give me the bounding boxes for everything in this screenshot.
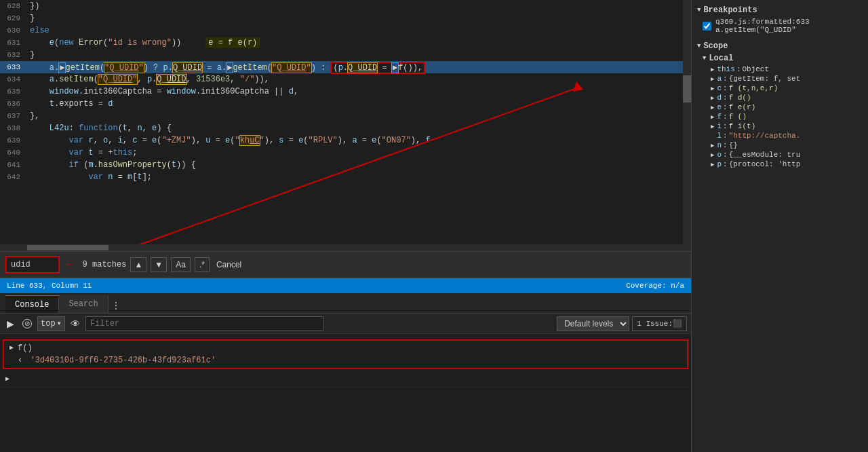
search-input-wrapper xyxy=(5,256,60,274)
code-line-632: 632 } xyxy=(0,49,691,61)
issues-count: 1 Issue: xyxy=(637,320,673,328)
breakpoints-title: ▼ Breakpoints xyxy=(697,5,863,15)
code-line-638: 638 L42u: function(t, n, e) { xyxy=(0,122,691,134)
search-input[interactable] xyxy=(11,260,52,269)
code-line-633: 633 a.▶getItem("Q_UDID") ? p.Q_UDID = a.… xyxy=(0,61,691,73)
scope-title-label: Scope xyxy=(703,41,728,51)
expand-p-icon[interactable]: ▶ xyxy=(711,161,714,168)
scope-item-i: ▶ i: f i(t) xyxy=(703,121,863,131)
line-content-631: e(new Error("id is wrong")) e = f e(r) xyxy=(27,38,691,48)
code-lines: 628 }) 629 } 630 else 631 e(new Error("i… xyxy=(0,0,691,183)
bottom-panel: Console Search ⋮ ▶ ⊘ top ▾ 👁 xyxy=(0,293,691,452)
arrow-down-icon: ▼ xyxy=(155,260,163,269)
local-triangle-down: ▼ xyxy=(703,55,706,62)
expand-icon-prompt[interactable]: ▶ xyxy=(5,373,9,385)
top-dropdown[interactable]: top ▾ xyxy=(37,316,65,331)
scope-item-e: ▶ e: f e(r) xyxy=(703,102,863,112)
console-toolbar: ▶ ⊘ top ▾ 👁 Default levels 1 Issue: ⬛ xyxy=(0,314,691,334)
search-left-arrow: ← xyxy=(66,259,73,271)
scrollbar-thumb[interactable] xyxy=(683,75,691,102)
triangle-down-icon: ▼ xyxy=(697,7,701,14)
expand-l-icon: ▶ xyxy=(711,132,714,140)
line-num-637: 637 xyxy=(0,112,27,120)
horizontal-scrollbar-thumb[interactable] xyxy=(27,245,108,250)
line-num-630: 630 xyxy=(0,26,27,35)
more-options-button[interactable]: ⋮ xyxy=(108,299,123,313)
line-num-642: 642 xyxy=(0,173,27,181)
code-line-636: 636 t.exports = d xyxy=(0,98,691,110)
play-icon: ▶ xyxy=(7,319,14,328)
line-num-636: 636 xyxy=(0,100,27,108)
case-sensitive-button[interactable]: Aa xyxy=(171,257,191,272)
tabs-bar: Console Search ⋮ xyxy=(0,293,691,314)
search-prev-button[interactable]: ▲ xyxy=(130,257,146,272)
coverage-status: Coverage: n/a xyxy=(626,282,684,290)
regex-button[interactable]: .* xyxy=(195,257,210,272)
cursor-position: Line 633, Column 11 xyxy=(7,282,92,290)
expand-e-icon[interactable]: ▶ xyxy=(711,104,714,111)
breakpoint-checkbox[interactable] xyxy=(703,22,711,31)
line-content-641: if (m.hasOwnProperty(t)) { xyxy=(27,160,691,170)
code-line-628: 628 }) xyxy=(0,0,691,12)
code-line-639: 639 var r, o, i, c = e("+ZMJ"), u = e("k… xyxy=(0,134,691,147)
code-line-641: 641 if (m.hasOwnProperty(t)) { xyxy=(0,159,691,171)
line-num-634: 634 xyxy=(0,75,27,83)
filter-input[interactable] xyxy=(85,316,323,331)
line-content-640: var t = +this; xyxy=(27,148,691,157)
breakpoint-item: q360.js:formatted:633 a.getItem("Q_UDID" xyxy=(697,18,863,34)
top-label: top xyxy=(41,319,56,328)
tab-console-label: Console xyxy=(15,300,49,309)
expand-o-icon[interactable]: ▶ xyxy=(711,151,714,159)
expand-f-icon[interactable]: ▶ xyxy=(711,113,714,121)
expand-a-icon[interactable]: ▶ xyxy=(711,75,714,83)
code-line-629: 629 } xyxy=(0,12,691,24)
expand-this-icon[interactable]: ▶ xyxy=(711,66,714,73)
tab-search[interactable]: Search xyxy=(59,295,108,313)
stop-icon: ⊘ xyxy=(22,319,32,328)
scope-title: ▼ Scope xyxy=(697,41,863,51)
tab-search-label: Search xyxy=(68,299,98,309)
right-panel: ▼ Breakpoints q360.js:formatted:633 a.ge… xyxy=(692,0,868,452)
line-num-635: 635 xyxy=(0,88,27,96)
local-section: ▼ Local ▶ this: Object ▶ a: {getItem: f,… xyxy=(697,54,863,169)
line-content-630: else xyxy=(27,26,691,35)
line-content-629: } xyxy=(27,14,691,23)
issues-icon: ⬛ xyxy=(673,319,682,328)
line-content-632: } xyxy=(27,50,691,60)
expand-d-icon[interactable]: ▶ xyxy=(711,94,714,102)
scope-item-o: ▶ o: {__esModule: tru xyxy=(703,150,863,159)
horizontal-scrollbar[interactable] xyxy=(0,244,683,251)
code-line-630: 630 else xyxy=(0,24,691,37)
levels-dropdown[interactable]: Default levels xyxy=(557,316,629,331)
scope-item-d: ▶ d: f d() xyxy=(703,93,863,102)
play-button[interactable]: ▶ xyxy=(4,316,17,331)
line-content-638: L42u: function(t, n, e) { xyxy=(27,124,691,133)
line-num-632: 632 xyxy=(0,51,27,59)
console-left-arrow: ‹ xyxy=(18,356,22,365)
breakpoint-file: q360.js:formatted:633 xyxy=(715,18,810,26)
line-content-642: var n = m[t]; xyxy=(27,172,691,182)
code-area: 628 }) 629 } 630 else 631 e(new Error("i… xyxy=(0,0,691,251)
eye-button[interactable]: 👁 xyxy=(68,316,83,331)
scope-item-p: ▶ p: {protocol: 'http xyxy=(703,159,863,169)
expand-n-icon[interactable]: ▶ xyxy=(711,142,714,149)
code-line-635: 635 window.init360Captcha = window.init3… xyxy=(0,86,691,98)
stop-button[interactable]: ⊘ xyxy=(20,316,35,331)
line-num-628: 628 xyxy=(0,2,27,10)
cancel-button[interactable]: Cancel xyxy=(216,260,241,269)
scrollbar-track[interactable] xyxy=(683,0,691,251)
expand-icon[interactable]: ▶ xyxy=(9,342,14,354)
line-num-641: 641 xyxy=(0,161,27,169)
breakpoints-title-label: Breakpoints xyxy=(703,5,757,15)
eye-icon: 👁 xyxy=(71,319,80,328)
expand-i-icon[interactable]: ▶ xyxy=(711,123,714,130)
scope-item-f: ▶ f: f () xyxy=(703,112,863,121)
arrow-up-icon: ▲ xyxy=(134,260,142,269)
search-next-button[interactable]: ▼ xyxy=(151,257,167,272)
local-title: ▼ Local xyxy=(703,54,863,63)
expand-c-icon[interactable]: ▶ xyxy=(711,85,714,92)
tab-console[interactable]: Console xyxy=(5,295,59,313)
line-num-640: 640 xyxy=(0,149,27,157)
console-item-call: ▶ f() ‹ '3d40310d-9ff6-2735-426b-43fd923… xyxy=(3,339,688,369)
line-num-638: 638 xyxy=(0,124,27,132)
